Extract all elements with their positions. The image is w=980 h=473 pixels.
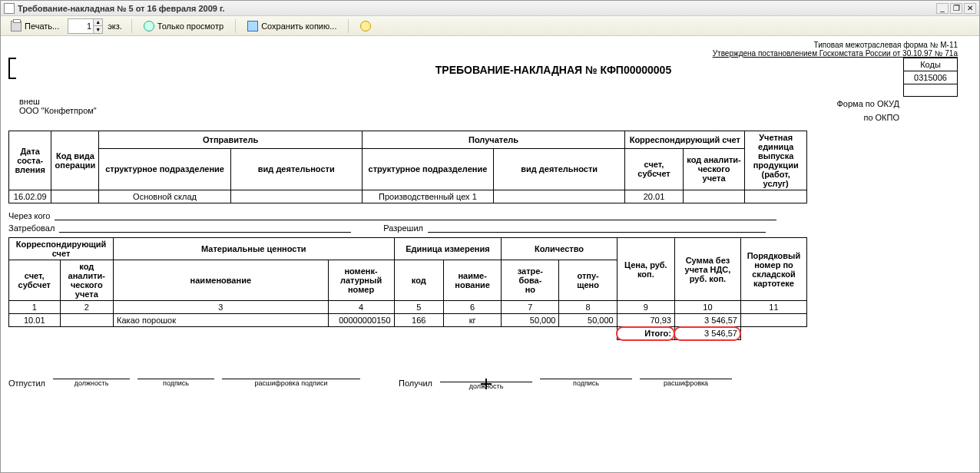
- th-unit: Учетная единица выпуска продукции (работ…: [745, 131, 807, 190]
- approved-line: Утверждена постановлением Госкомстата Ро…: [8, 49, 958, 58]
- codes-block: Коды 0315006: [903, 58, 958, 97]
- document-title: ТРЕБОВАНИЕ-НАКЛАДНАЯ № КФП00000005: [435, 64, 671, 76]
- cursor-cross-icon: [481, 379, 492, 389]
- received-decipher-sub: расшифровка: [664, 379, 708, 387]
- col-number-row: 1 2 3 4 5 6 7 8 9 10 11: [9, 301, 807, 314]
- ith-qty: Количество: [502, 238, 617, 260]
- titlebar: Требование-накладная № 5 от 16 февраля 2…: [1, 1, 979, 16]
- item-req: 50,000: [502, 314, 559, 327]
- item-row: 10.01 Какао порошок 00000000150 166 кг 5…: [9, 314, 807, 327]
- ith-anal: код аналити- ческого учета: [60, 260, 114, 301]
- minimize-button[interactable]: _: [936, 3, 949, 14]
- okpo-value: [904, 84, 958, 97]
- item-acct: 10.01: [9, 314, 61, 327]
- toolbar-separator: [131, 19, 132, 33]
- total-sum: 3 546,57: [674, 327, 740, 340]
- view-only-button[interactable]: Только просмотр: [138, 18, 229, 34]
- toolbar-separator-2: [235, 19, 236, 33]
- ith-price: Цена, руб. коп.: [617, 238, 674, 301]
- ith-ord: Порядковый номер по складской картотеке: [740, 238, 806, 301]
- item-unitname: кг: [444, 314, 502, 327]
- th-anal: код аналити- ческого учета: [683, 148, 745, 190]
- total-label: Итого:: [617, 327, 674, 340]
- toolbar-separator-3: [348, 19, 349, 33]
- item-price: 70,93: [617, 314, 674, 327]
- ith-unit: Единица измерения: [394, 238, 502, 260]
- copies-suffix: экз.: [108, 22, 122, 31]
- footer-signatures: Отпустил должность подпись расшифровка п…: [8, 379, 958, 390]
- ith-code: код: [394, 260, 443, 301]
- doc-icon: [4, 3, 15, 14]
- cell-acct: 20.01: [625, 190, 684, 203]
- eye-icon: [144, 21, 154, 31]
- form-type-line: Типовая межотраслевая форма № М-11: [8, 41, 958, 49]
- item-ord: [740, 314, 806, 327]
- view-only-label: Только просмотр: [157, 22, 223, 31]
- print-label: Печать...: [25, 22, 59, 31]
- codes-header: Коды: [904, 58, 958, 71]
- print-button[interactable]: Печать...: [5, 18, 65, 34]
- document-viewport[interactable]: Типовая межотраслевая форма № М-11 Утвер…: [1, 36, 979, 472]
- th-corr: Корреспондирующий счет: [625, 131, 745, 149]
- item-name: Какао порошок: [114, 314, 328, 327]
- ith-req: затре- бова- но: [502, 260, 559, 301]
- th-sender-act: вид деятельности: [230, 148, 362, 190]
- help-icon: [360, 21, 371, 31]
- copies-input[interactable]: [68, 22, 93, 31]
- spinner-buttons[interactable]: ▲ ▼: [93, 19, 102, 33]
- received-sign-sub: подпись: [573, 379, 599, 387]
- th-date: Дата соста- вления: [9, 131, 51, 190]
- print-icon: [11, 21, 22, 31]
- spinner-down[interactable]: ▼: [93, 26, 102, 33]
- okud-label: Форма по ОКУД: [837, 97, 900, 111]
- th-receiver-struct: структурное подразделение: [362, 148, 493, 190]
- ith-material: Материальные ценности: [114, 238, 394, 260]
- released-sign-sub: подпись: [163, 379, 189, 387]
- okpo-label: по ОКПО: [837, 111, 900, 124]
- th-receiver-act: вид деятельности: [494, 148, 625, 190]
- th-acct: счет, субсчет: [625, 148, 684, 190]
- ith-unitname: наиме- нование: [444, 260, 502, 301]
- ith-corr: Корреспондирующий счет: [9, 238, 114, 260]
- item-rel: 50,000: [559, 314, 617, 327]
- save-copy-label: Сохранить копию...: [261, 22, 336, 31]
- org-name: ООО "Конфетпром": [19, 106, 97, 115]
- header-table-row: 16.02.09 Основной склад Производственный…: [9, 190, 807, 203]
- released-label: Отпустил: [8, 379, 45, 388]
- allowed-label: Разрешил: [383, 223, 423, 233]
- released-role-sub: должность: [74, 379, 109, 387]
- okud-value: 0315006: [904, 71, 958, 84]
- ith-name: наименование: [114, 260, 328, 301]
- close-button[interactable]: ✕: [964, 3, 976, 14]
- header-table: Дата соста- вления Код вида операции Отп…: [8, 131, 807, 203]
- spinner-up[interactable]: ▲: [93, 19, 102, 26]
- ith-rel: отпу- щено: [559, 260, 617, 301]
- released-decipher-sub: расшифровка подписи: [255, 379, 328, 387]
- cell-sender-act: [230, 190, 362, 203]
- total-row: Итого: 3 546,57: [9, 327, 807, 340]
- cell-receiver-struct: Производственный цех 1: [362, 190, 493, 203]
- left-bracket: [8, 58, 16, 79]
- th-opcode: Код вида операции: [51, 131, 99, 190]
- copies-spinner[interactable]: ▲ ▼: [68, 18, 103, 34]
- requested-label: Затребовал: [8, 223, 55, 233]
- request-lines: Через кого Затребовал Разрешил: [8, 211, 958, 233]
- ith-nomen: номенк- латурный номер: [328, 260, 394, 301]
- window-title: Требование-накладная № 5 от 16 февраля 2…: [18, 4, 935, 13]
- toolbar: Печать... ▲ ▼ экз. Только просмотр Сохра…: [1, 16, 979, 36]
- ith-acct: счет, субсчет: [9, 260, 61, 301]
- th-receiver: Получатель: [362, 131, 624, 149]
- th-sender-struct: структурное подразделение: [99, 148, 230, 190]
- save-copy-button[interactable]: Сохранить копию...: [242, 18, 342, 34]
- cell-sender-struct: Основной склад: [99, 190, 230, 203]
- help-button[interactable]: [355, 18, 376, 34]
- maximize-button[interactable]: ❐: [950, 3, 962, 14]
- cell-receiver-act: [494, 190, 625, 203]
- allowed-line: [428, 232, 766, 233]
- org-ext: внеш: [19, 97, 40, 106]
- th-sender: Отправитель: [99, 131, 362, 149]
- item-code: 166: [394, 314, 443, 327]
- app-window: Требование-накладная № 5 от 16 февраля 2…: [0, 0, 980, 473]
- requested-line: [59, 232, 351, 233]
- save-icon: [247, 21, 258, 31]
